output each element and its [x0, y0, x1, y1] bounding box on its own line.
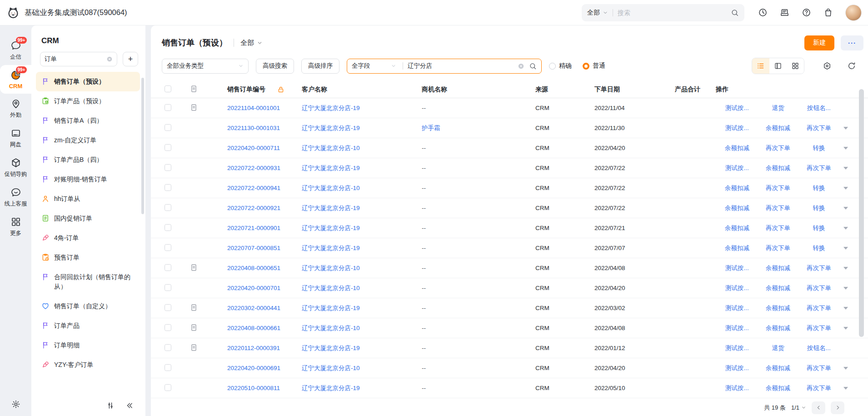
document-icon[interactable] — [190, 104, 198, 111]
select-all-checkbox[interactable] — [165, 85, 171, 92]
sidebar-item-6[interactable]: hh订单从 — [36, 189, 140, 209]
scope-picker[interactable]: 全部 — [240, 39, 263, 47]
sidebar-item-13[interactable]: 订单明细 — [36, 336, 140, 355]
action-link[interactable]: 余额扣减 — [716, 224, 758, 232]
header-opportunity[interactable]: 商机名称 — [409, 85, 523, 94]
customer-link[interactable]: 辽宁大厦北京分店-10 — [302, 145, 360, 151]
global-search-scope[interactable]: 全部 — [587, 9, 600, 17]
row-checkbox[interactable] — [165, 304, 171, 311]
header-date[interactable]: 下单日期 — [582, 85, 657, 94]
customer-link[interactable]: 辽宁大厦北京分店-10 — [302, 285, 360, 291]
more-actions-caret[interactable] — [843, 327, 848, 330]
sidebar-item-9[interactable]: 预售订单 — [36, 248, 140, 267]
customer-link[interactable]: 辽宁大厦北京分店-19 — [302, 305, 360, 311]
action-link[interactable]: 测试按... — [716, 104, 758, 112]
more-actions-caret[interactable] — [843, 147, 848, 150]
action-link[interactable]: 余额扣减 — [716, 144, 758, 152]
customer-link[interactable]: 辽宁大厦北京分店-19 — [302, 225, 360, 231]
rail-item-更多[interactable]: 更多 — [0, 212, 31, 241]
action-link[interactable]: 测试按... — [716, 284, 758, 292]
order-no-link[interactable]: 20220408-0000661 — [227, 325, 280, 331]
order-no-link[interactable]: 20220112-0000391 — [227, 345, 280, 351]
order-no-link[interactable]: 20220420-0000711 — [227, 145, 280, 151]
action-link[interactable]: 测试按... — [716, 344, 758, 352]
document-icon[interactable] — [190, 324, 198, 331]
action-link[interactable]: 按钮名... — [798, 104, 840, 112]
action-link[interactable]: 余额扣减 — [758, 124, 798, 132]
sidebar-item-0[interactable]: 销售订单（预设） — [36, 72, 140, 91]
action-link[interactable]: 再次下单 — [798, 124, 840, 132]
row-checkbox[interactable] — [165, 204, 171, 211]
sidebar-item-11[interactable]: 销售订单（自定义） — [36, 296, 140, 316]
page-scrollbar[interactable] — [858, 25, 864, 416]
sidebar-item-12[interactable]: 订单产品 — [36, 316, 140, 336]
sidebar-search-box[interactable] — [40, 52, 117, 66]
more-actions-caret[interactable] — [843, 367, 848, 370]
opportunity-link[interactable]: 护手霜 — [422, 125, 440, 131]
rail-item-外勤[interactable]: 外勤 — [0, 94, 31, 123]
sidebar-item-1[interactable]: 订单产品（预设） — [36, 91, 140, 111]
prev-page-button[interactable] — [812, 401, 825, 414]
rail-item-线上客服[interactable]: 线上客服 — [0, 182, 31, 212]
rail-item-企信[interactable]: 99+企信 — [0, 35, 31, 65]
customer-link[interactable]: 辽宁大厦北京分店-19 — [302, 345, 360, 351]
sidebar-scrollbar[interactable] — [141, 78, 144, 214]
action-link[interactable]: 测试按... — [716, 364, 758, 372]
order-no-link[interactable]: 20220302-0000441 — [227, 305, 280, 311]
radio-exact[interactable]: 精确 — [549, 62, 572, 70]
sidebar-item-3[interactable]: zm-自定义订单 — [36, 130, 140, 150]
global-search-input[interactable] — [618, 9, 686, 16]
customer-link[interactable]: 辽宁大厦北京分店-19 — [302, 385, 360, 391]
customer-link[interactable]: 辽宁大厦北京分店-10 — [302, 185, 360, 191]
row-checkbox[interactable] — [165, 264, 171, 271]
shopping-bag-icon[interactable] — [823, 8, 833, 17]
action-link[interactable]: 转换 — [798, 204, 840, 212]
add-object-button[interactable]: + — [123, 52, 138, 66]
new-button[interactable]: 新建 — [804, 35, 834, 50]
sidebar-search-input[interactable] — [45, 56, 106, 63]
rail-item-促销导购[interactable]: 促销导购 — [0, 153, 31, 182]
action-link[interactable]: 按钮名... — [798, 344, 840, 352]
clear-icon[interactable] — [106, 56, 113, 62]
action-link[interactable]: 转换 — [798, 224, 840, 232]
sidebar-item-2[interactable]: 销售订单A（四） — [36, 111, 140, 130]
more-actions-caret[interactable] — [843, 227, 848, 230]
document-icon[interactable] — [190, 344, 198, 351]
message-inbox-icon[interactable] — [780, 8, 789, 17]
next-page-button[interactable] — [831, 401, 844, 414]
list-view-button[interactable] — [752, 58, 769, 74]
action-link[interactable]: 余额扣减 — [716, 204, 758, 212]
customer-link[interactable]: 辽宁大厦北京分店-19 — [302, 105, 360, 111]
search-icon[interactable] — [731, 9, 739, 17]
action-link[interactable]: 再次下单 — [758, 224, 798, 232]
order-no-link[interactable]: 20220707-0000851 — [227, 245, 280, 251]
global-search[interactable]: 全部 — [582, 4, 744, 21]
row-checkbox[interactable] — [165, 344, 171, 351]
settings-gear-icon[interactable] — [11, 400, 20, 409]
help-icon[interactable] — [802, 8, 811, 17]
order-no-link[interactable]: 20220721-0000901 — [227, 225, 280, 231]
action-link[interactable]: 余额扣减 — [758, 304, 798, 312]
row-checkbox[interactable] — [165, 144, 171, 151]
action-link[interactable]: 再次下单 — [758, 144, 798, 152]
sidebar-item-4[interactable]: 订单产品B（四） — [36, 150, 140, 170]
row-checkbox[interactable] — [165, 164, 171, 171]
collapse-sidebar-icon[interactable] — [125, 401, 134, 410]
advanced-sort-button[interactable]: 高级排序 — [301, 59, 339, 74]
document-icon[interactable] — [190, 264, 198, 271]
search-icon[interactable] — [529, 62, 537, 70]
row-checkbox[interactable] — [165, 244, 171, 251]
header-order-no[interactable]: 销售订单编号 — [212, 85, 289, 94]
grid-view-button[interactable] — [787, 58, 804, 74]
more-actions-caret[interactable] — [843, 127, 848, 130]
action-link[interactable]: 余额扣减 — [716, 184, 758, 192]
field-scope-value[interactable]: 全字段 — [352, 62, 391, 70]
row-checkbox[interactable] — [165, 104, 171, 111]
customer-link[interactable]: 辽宁大厦北京分店-10 — [302, 325, 360, 331]
action-link[interactable]: 再次下单 — [798, 284, 840, 292]
customer-link[interactable]: 辽宁大厦北京分店-10 — [302, 365, 360, 371]
customer-link[interactable]: 辽宁大厦北京分店-19 — [302, 205, 360, 211]
row-checkbox[interactable] — [165, 324, 171, 331]
rail-item-网盘[interactable]: 网盘 — [0, 123, 31, 153]
page-scrollbar-thumb[interactable] — [859, 89, 864, 337]
